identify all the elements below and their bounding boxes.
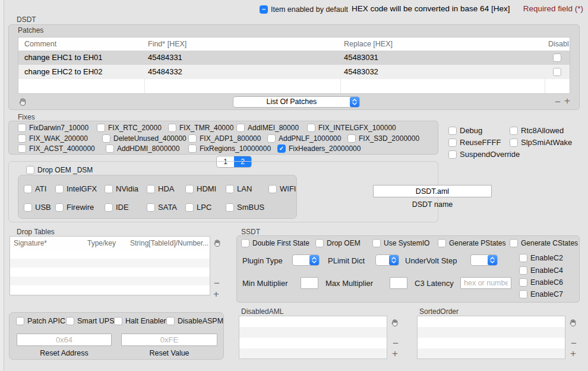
fix-checkbox-fixheaders[interactable]: FixHeaders_20000000	[277, 144, 361, 153]
remove-disabled-aml-button[interactable]: −	[393, 339, 399, 348]
grab-hand-icon[interactable]	[390, 318, 400, 328]
device-checkbox-firewire[interactable]: Firewire	[55, 203, 94, 212]
checkbox-icon[interactable]	[241, 239, 249, 247]
smart-ups-checkbox[interactable]: Smart UPS	[66, 317, 115, 325]
column-header-typekey[interactable]: Type/key	[87, 237, 123, 250]
checkbox-icon[interactable]	[553, 68, 561, 76]
checkbox-icon[interactable]	[188, 144, 197, 153]
fix-checkbox-deleteunused[interactable]: DeleteUnused_400000	[102, 134, 186, 143]
column-header-disabled[interactable]: Disabl...	[548, 37, 570, 51]
remove-sorted-order-button[interactable]: −	[571, 339, 577, 348]
checkbox-icon[interactable]	[26, 166, 34, 174]
fix-checkbox-tmr[interactable]: FIX_TMR_40000	[168, 124, 233, 132]
checkbox-icon[interactable]	[166, 317, 175, 325]
remove-patch-button[interactable]: −	[555, 98, 561, 106]
fix-checkbox-s3d[interactable]: FIX_S3D_2000000	[347, 134, 419, 143]
fix-checkbox-intelgfx[interactable]: FIX_INTELGFX_100000	[307, 124, 396, 132]
checkbox-icon[interactable]	[114, 317, 122, 325]
checkbox-icon[interactable]	[147, 203, 155, 212]
flag-checkbox-suspendoverride[interactable]: SuspendOverride	[448, 150, 520, 159]
halt-enabler-checkbox[interactable]: Halt Enabler	[114, 317, 166, 325]
checkbox-icon[interactable]	[55, 203, 64, 212]
drop-tables-empty-rows[interactable]	[10, 250, 210, 295]
checkbox-icon[interactable]	[510, 139, 518, 147]
checkbox-icon[interactable]	[519, 254, 527, 262]
reset-address-input[interactable]	[17, 334, 112, 346]
column-header-comment[interactable]: Comment	[24, 37, 140, 51]
add-drop-table-button[interactable]: +	[213, 290, 219, 298]
grab-hand-icon[interactable]	[213, 238, 222, 248]
dsdt-name-input[interactable]	[373, 185, 492, 197]
column-header-string[interactable]: String[TableId]/Number...	[130, 237, 208, 250]
checkbox-icon[interactable]	[185, 185, 194, 193]
fix-checkbox-addpnlf[interactable]: AddPNLF_1000000	[267, 134, 341, 143]
checkbox-icon[interactable]	[438, 239, 446, 247]
flag-checkbox-reuseffff[interactable]: ReuseFFFF	[448, 138, 501, 147]
enable-c2-checkbox[interactable]: EnableC2	[519, 254, 563, 262]
device-checkbox-hda[interactable]: HDA	[147, 184, 174, 193]
checkbox-icon[interactable]	[24, 203, 32, 212]
checkbox-icon[interactable]	[448, 127, 457, 135]
device-checkbox-lpc[interactable]: LPC	[185, 203, 211, 212]
column-header-replace[interactable]: Replace [HEX]	[344, 37, 540, 51]
add-patch-button[interactable]: +	[564, 97, 570, 105]
patch-row-ehc1[interactable]: change EHC1 to EH01 45484331 45483031	[18, 51, 570, 65]
device-checkbox-hdmi[interactable]: HDMI	[185, 184, 216, 193]
checkbox-icon[interactable]	[448, 139, 457, 147]
enable-c6-checkbox[interactable]: EnableC6	[519, 278, 563, 287]
flag-checkbox-slpsmi[interactable]: SlpSmiAtWake	[510, 138, 572, 147]
remove-drop-table-button[interactable]: −	[214, 279, 220, 288]
add-sorted-order-button[interactable]: +	[570, 350, 576, 358]
dropdown-stepper-icon[interactable]	[389, 255, 399, 265]
checkbox-icon[interactable]	[188, 134, 197, 143]
checkbox-icon[interactable]	[553, 54, 561, 62]
checkbox-icon[interactable]	[519, 290, 527, 298]
device-checkbox-ide[interactable]: IDE	[105, 203, 129, 212]
checkbox-icon[interactable]	[372, 239, 381, 247]
checkbox-icon[interactable]	[307, 124, 315, 132]
enable-c7-checkbox[interactable]: EnableC7	[519, 290, 563, 298]
device-checkbox-smbus[interactable]: SmBUS	[226, 203, 264, 212]
enable-c4-checkbox[interactable]: EnableC4	[519, 266, 563, 275]
checkbox-icon[interactable]	[226, 185, 234, 193]
undervolt-step-dropdown[interactable]	[470, 254, 498, 266]
ssdt-checkbox-generate-pstates[interactable]: Generate PStates	[438, 239, 505, 247]
fix-checkbox-rtc[interactable]: FIX_RTC_20000	[97, 124, 162, 132]
device-checkbox-intelgfx[interactable]: IntelGFX	[55, 184, 97, 193]
grab-hand-icon[interactable]	[568, 318, 578, 328]
checkbox-icon[interactable]	[315, 239, 324, 247]
checkbox-icon[interactable]	[24, 185, 32, 193]
column-header-signature[interactable]: Signature*	[14, 237, 80, 250]
patch-row-ehc2[interactable]: change EHC2 to EH02 45484332 45483032	[18, 65, 570, 79]
checkbox-icon[interactable]	[105, 203, 113, 212]
checkbox-icon[interactable]	[102, 134, 110, 143]
flag-checkbox-debug[interactable]: Debug	[448, 126, 482, 135]
drop-oem-dsm-checkbox[interactable]: Drop OEM _DSM	[26, 166, 93, 174]
fix-checkbox-acst[interactable]: FIX_ACST_4000000	[18, 144, 95, 153]
fix-checkbox-addhdmi[interactable]: AddHDMI_8000000	[106, 144, 179, 153]
checkbox-icon[interactable]	[185, 203, 194, 212]
device-checkbox-nvidia[interactable]: NVidia	[105, 184, 138, 193]
min-multiplier-input[interactable]	[301, 277, 318, 289]
ssdt-checkbox-use-systemio[interactable]: Use SystemIO	[372, 239, 429, 247]
sorted-order-list[interactable]	[417, 316, 565, 359]
flag-checkbox-rtc8allowed[interactable]: Rtc8Allowed	[510, 126, 564, 135]
checkbox-icon[interactable]	[106, 144, 114, 153]
checkbox-icon[interactable]	[168, 124, 176, 132]
device-checkbox-usb[interactable]: USB	[24, 203, 51, 212]
fix-checkbox-addimei[interactable]: AddIMEI_80000	[236, 124, 299, 132]
checkbox-indeterminate-icon[interactable]	[260, 5, 268, 14]
checkbox-icon[interactable]	[236, 124, 245, 132]
fix-checkbox-adp1[interactable]: FIX_ADP1_800000	[188, 134, 261, 143]
checkbox-icon[interactable]	[268, 185, 277, 193]
checkbox-icon[interactable]	[97, 124, 105, 132]
checkbox-icon[interactable]	[519, 266, 527, 275]
dropdown-stepper-icon[interactable]	[309, 255, 319, 265]
list-of-patches-dropdown[interactable]: List Of Patches	[233, 96, 360, 108]
checkbox-icon[interactable]	[510, 127, 518, 135]
disabled-aml-list[interactable]	[239, 316, 387, 359]
device-checkbox-ati[interactable]: ATI	[24, 184, 46, 193]
checkbox-icon[interactable]	[105, 185, 113, 193]
grab-hand-icon[interactable]	[18, 97, 27, 106]
checkbox-icon[interactable]	[147, 185, 155, 193]
